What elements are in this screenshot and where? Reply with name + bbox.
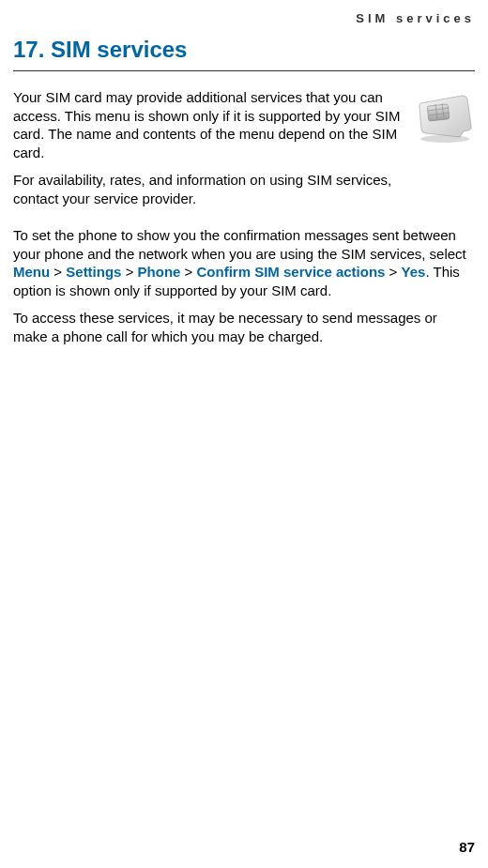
menu-link-settings: Settings — [66, 264, 121, 280]
p3-sep1: > — [50, 264, 66, 280]
paragraph-3: To set the phone to show you the confirm… — [13, 226, 475, 299]
p3-sep4: > — [385, 264, 401, 280]
menu-link-menu: Menu — [13, 264, 50, 280]
menu-link-yes: Yes — [402, 264, 426, 280]
intro-block: Your SIM card may provide additional ser… — [13, 88, 475, 217]
page-number: 87 — [459, 839, 475, 855]
running-header: SIM services — [13, 11, 475, 25]
title-divider — [13, 70, 475, 71]
svg-point-0 — [420, 135, 469, 143]
intro-text: Your SIM card may provide additional ser… — [13, 88, 415, 217]
menu-link-phone: Phone — [138, 264, 181, 280]
svg-rect-1 — [427, 104, 450, 121]
sim-card-icon — [415, 92, 475, 148]
menu-link-confirm: Confirm SIM service actions — [197, 264, 386, 280]
page-title: 17. SIM services — [13, 37, 475, 63]
p3-sep2: > — [121, 264, 137, 280]
paragraph-4: To access these services, it may be nece… — [13, 309, 475, 345]
paragraph-2: For availability, rates, and information… — [13, 171, 405, 207]
p3-sep3: > — [180, 264, 196, 280]
p3-pre: To set the phone to show you the confirm… — [13, 227, 466, 262]
paragraph-1: Your SIM card may provide additional ser… — [13, 88, 405, 161]
